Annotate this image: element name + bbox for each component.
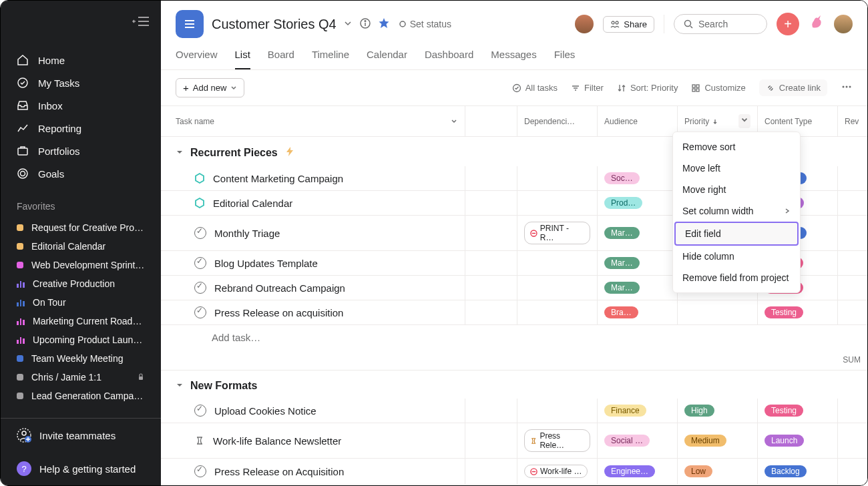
audience-pill[interactable]: Bra… (604, 306, 638, 318)
check-icon[interactable] (194, 257, 206, 269)
priority-pill[interactable]: Low (684, 465, 712, 477)
help-getting-started[interactable]: ? Help & getting started (1, 452, 161, 485)
add-new-button[interactable]: +Add new (176, 78, 244, 97)
nav-goals[interactable]: Goals (1, 162, 161, 185)
task-row[interactable]: Press Release on acquisition Bra… Testin… (161, 300, 867, 325)
sidebar-favorite-item[interactable]: Editorial Calendar (1, 237, 161, 256)
tab-list[interactable]: List (235, 49, 250, 69)
nav-home[interactable]: Home (1, 49, 161, 71)
sidebar-favorite-item[interactable]: Request for Creative Pro… (1, 218, 161, 237)
info-icon[interactable] (359, 17, 371, 31)
tab-files[interactable]: Files (554, 49, 576, 69)
check-icon[interactable] (194, 405, 206, 417)
check-icon[interactable] (194, 306, 206, 318)
share-button[interactable]: Share (603, 16, 654, 33)
add-task-button[interactable]: Add task… (161, 325, 867, 350)
global-add-button[interactable]: + (777, 13, 799, 35)
dropdown-item[interactable]: Hide column (673, 246, 800, 267)
sidebar-favorite-item[interactable]: Upcoming Product Laun… (1, 330, 161, 349)
dropdown-item[interactable]: Edit field (674, 222, 799, 246)
check-icon[interactable] (194, 282, 206, 294)
all-tasks-button[interactable]: All tasks (512, 83, 558, 93)
project-title: Customer Stories Q4 (212, 17, 337, 32)
audience-pill[interactable]: Social … (604, 435, 650, 447)
task-name: Press Release on acquisition (214, 307, 343, 318)
lock-icon (137, 373, 145, 381)
chevron-right-icon (784, 208, 791, 214)
sort-button[interactable]: Sort: Priority (617, 83, 678, 93)
tab-timeline[interactable]: Timeline (312, 49, 349, 69)
nav-reporting[interactable]: Reporting (1, 117, 161, 140)
invite-teammates[interactable]: Invite teammates (1, 418, 161, 452)
check-icon[interactable] (194, 227, 206, 239)
task-row[interactable]: Work-life Balance Newsletter Press Rele…… (161, 423, 867, 459)
column-priority[interactable]: Priority Remove sortMove leftMove rightS… (678, 106, 758, 136)
tab-board[interactable]: Board (268, 49, 294, 69)
sidebar-favorite-item[interactable]: On Tour (1, 293, 161, 312)
task-row[interactable]: Upload Cookies Notice Finance High Testi… (161, 399, 867, 423)
content-type-pill[interactable]: Backlog (765, 465, 807, 477)
priority-pill[interactable]: High (684, 405, 714, 417)
sort-desc-icon (712, 118, 718, 125)
section-chevron-icon[interactable] (176, 380, 184, 392)
sidebar-favorite-item[interactable]: Chris / Jamie 1:1 (1, 368, 161, 387)
svg-point-19 (616, 21, 618, 24)
audience-pill[interactable]: Mar… (604, 227, 640, 239)
set-status-button[interactable]: Set status (399, 19, 451, 29)
dropdown-item[interactable]: Remove field from project (673, 267, 800, 288)
task-name: Editorial Calendar (213, 198, 292, 209)
sidebar-favorite-item[interactable]: Creative Production (1, 274, 161, 293)
audience-pill[interactable]: Prod… (604, 197, 642, 209)
column-audience[interactable]: Audience (598, 106, 678, 136)
member-avatar[interactable] (575, 15, 594, 33)
sidebar-favorite-item[interactable]: Marketing Current Road… (1, 312, 161, 330)
audience-pill[interactable]: Mar… (604, 282, 640, 294)
priority-pill[interactable]: Medium (684, 435, 726, 447)
search-input[interactable]: Search (674, 14, 767, 34)
svg-rect-28 (692, 89, 695, 91)
sidebar-collapse-icon[interactable] (132, 15, 150, 29)
dropdown-item[interactable]: Move left (673, 158, 800, 179)
section-header[interactable]: New Formats (161, 371, 867, 399)
title-chevron-icon[interactable] (343, 19, 353, 30)
favorites-list: Request for Creative Pro…Editorial Calen… (1, 218, 161, 405)
sidebar-favorite-item[interactable]: Web Development Sprint… (1, 256, 161, 274)
star-icon[interactable] (378, 17, 390, 31)
filter-button[interactable]: Filter (571, 83, 604, 93)
column-dependencies[interactable]: Dependenci… (517, 106, 598, 136)
customize-button[interactable]: Customize (691, 83, 745, 93)
dropdown-item[interactable]: Set column width (673, 200, 800, 222)
unicorn-icon[interactable] (809, 14, 825, 34)
content-type-pill[interactable]: Launch (765, 435, 804, 447)
nav-inbox[interactable]: Inbox (1, 94, 161, 117)
section-chevron-icon[interactable] (176, 147, 184, 159)
audience-pill[interactable]: Enginee… (604, 465, 655, 477)
content-type-pill[interactable]: Testing (765, 405, 803, 417)
audience-pill[interactable]: Mar… (604, 257, 640, 269)
nav-portfolios[interactable]: Portfolios (1, 140, 161, 162)
column-rev[interactable]: Rev (838, 106, 867, 136)
content-type-pill[interactable]: Testing (765, 306, 803, 318)
check-icon[interactable] (194, 465, 206, 477)
tab-messages[interactable]: Messages (491, 49, 536, 69)
dependency-pill[interactable]: Press Rele… (524, 429, 590, 452)
task-name: Rebrand Outreach Campaign (214, 282, 345, 294)
sidebar-favorite-item[interactable]: Team Weekly Meeting (1, 349, 161, 368)
audience-pill[interactable]: Finance (604, 405, 646, 417)
create-link-button[interactable]: Create link (759, 79, 827, 96)
dropdown-item[interactable]: Remove sort (673, 136, 800, 158)
tab-overview[interactable]: Overview (176, 49, 218, 69)
sidebar-favorite-item[interactable]: Lead Generation Campai… (1, 387, 161, 405)
column-task-name[interactable]: Task name (161, 106, 465, 136)
dependency-pill[interactable]: Work-life … (524, 465, 588, 478)
tab-calendar[interactable]: Calendar (367, 49, 407, 69)
column-menu-icon[interactable] (738, 114, 750, 128)
dependency-pill[interactable]: PRINT - R… (524, 222, 590, 244)
task-row[interactable]: Press Release on Acquisition Work-life …… (161, 459, 867, 485)
nav-mytasks[interactable]: My Tasks (1, 71, 161, 94)
user-avatar[interactable] (834, 15, 853, 33)
more-icon[interactable] (841, 81, 853, 95)
tab-dashboard[interactable]: Dashboard (425, 49, 473, 69)
dropdown-item[interactable]: Move right (673, 179, 800, 200)
audience-pill[interactable]: Soc… (604, 172, 640, 184)
